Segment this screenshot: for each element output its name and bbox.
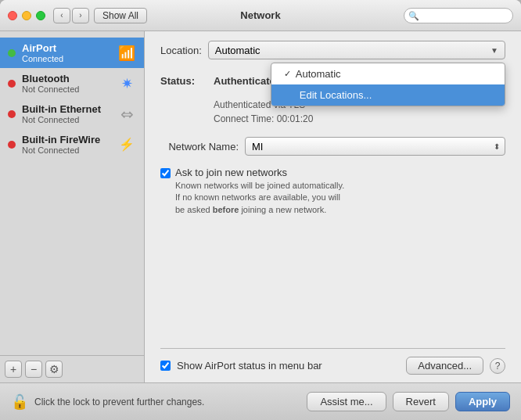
network-select-arrows-icon: ⬍	[494, 142, 500, 151]
bottom-bar: 🔓 Click the lock to prevent further chan…	[0, 382, 521, 420]
lock-icon: 🔓	[11, 393, 28, 411]
status-dot-bluetooth	[8, 80, 16, 88]
search-icon: 🔍	[408, 10, 419, 20]
status-dot-airport	[8, 49, 16, 57]
search-wrapper: 🔍	[404, 8, 513, 23]
dropdown-item-edit-locations[interactable]: Edit Locations...	[271, 84, 505, 106]
help-button[interactable]: ?	[490, 358, 505, 374]
assist-me-button[interactable]: Assist me...	[307, 392, 386, 411]
dropdown-item-automatic[interactable]: ✓ Automatic	[271, 63, 505, 84]
show-all-button[interactable]: Show All	[94, 8, 147, 23]
search-box: 🔍	[404, 8, 513, 23]
main-panel: Location: Automatic ▼ ✓ Automatic	[145, 31, 521, 382]
status-dot-firewire	[8, 141, 16, 149]
firewire-icon: ⚡	[117, 137, 136, 152]
sidebar-item-bluetooth-name: Bluetooth	[22, 73, 111, 84]
checkmark-icon: ✓	[284, 69, 291, 79]
location-dropdown-menu: ✓ Automatic Edit Locations...	[271, 63, 505, 106]
forward-button[interactable]: ›	[72, 8, 89, 23]
maximize-button[interactable]	[36, 11, 45, 20]
location-bar: Location: Automatic ▼ ✓ Automatic	[160, 41, 505, 59]
network-name-value: MI	[252, 141, 263, 153]
back-button[interactable]: ‹	[53, 8, 70, 23]
traffic-lights	[8, 11, 45, 20]
revert-button[interactable]: Revert	[393, 392, 449, 411]
sidebar-item-ethernet-name: Built-in Ethernet	[22, 103, 111, 115]
show-airport-checkbox[interactable]	[160, 361, 171, 371]
bluetooth-icon: ✷	[117, 75, 136, 92]
content-area: AirPort Connected 📶 Bluetooth Not Connec…	[0, 31, 521, 382]
sidebar-item-airport[interactable]: AirPort Connected 📶	[0, 38, 144, 68]
ask-join-checkbox-row: Ask to join new networks Known networks …	[160, 167, 505, 216]
sidebar-item-bluetooth[interactable]: Bluetooth Not Connected ✷	[0, 68, 144, 99]
location-selected: Automatic	[215, 45, 260, 56]
advanced-button[interactable]: Advanced...	[406, 357, 483, 375]
location-label: Location:	[160, 45, 202, 56]
network-action-button[interactable]: ⚙	[45, 361, 63, 378]
network-name-row: Network Name: MI ⬍	[160, 137, 505, 156]
auth-line2: Connect Time: 00:01:20	[214, 112, 505, 126]
sidebar-item-airport-status: Connected	[22, 54, 111, 63]
nav-buttons: ‹ ›	[53, 8, 89, 23]
sidebar-item-airport-name: AirPort	[22, 42, 111, 54]
status-dot-ethernet	[8, 110, 16, 118]
apply-button[interactable]: Apply	[455, 392, 510, 411]
sidebar-item-firewire-status: Not Connected	[22, 145, 111, 155]
show-airport-row: Show AirPort status in menu bar Advanced…	[160, 348, 505, 382]
ask-join-checkbox[interactable]	[160, 168, 171, 178]
location-dropdown-wrapper: Automatic ▼ ✓ Automatic Edit Locations..…	[208, 41, 505, 59]
network-window: ‹ › Show All Network 🔍 AirPort Connected…	[0, 0, 521, 420]
sidebar-item-ethernet[interactable]: Built-in Ethernet Not Connected ⇔	[0, 99, 144, 129]
network-name-select[interactable]: MI ⬍	[245, 137, 505, 156]
ethernet-icon: ⇔	[117, 105, 136, 124]
dropdown-item-automatic-label: Automatic	[296, 68, 341, 80]
network-name-select-wrapper: MI ⬍	[245, 137, 505, 156]
lock-text: Click the lock to prevent further change…	[34, 397, 300, 407]
dropdown-item-edit-locations-label: Edit Locations...	[300, 89, 372, 101]
close-button[interactable]	[8, 11, 17, 20]
add-network-button[interactable]: +	[5, 361, 22, 378]
network-name-label: Network Name:	[160, 141, 239, 153]
show-airport-label: Show AirPort status in menu bar	[177, 360, 400, 372]
ask-join-desc: Known networks will be joined automatica…	[175, 180, 344, 216]
ask-join-label: Ask to join new networks	[175, 167, 344, 178]
sidebar-item-bluetooth-status: Not Connected	[22, 84, 111, 94]
remove-network-button[interactable]: −	[25, 361, 42, 378]
minimize-button[interactable]	[22, 11, 31, 20]
sidebar-item-firewire-name: Built-in FireWire	[22, 134, 111, 145]
search-input[interactable]	[404, 8, 513, 23]
sidebar: AirPort Connected 📶 Bluetooth Not Connec…	[0, 31, 145, 382]
location-dropdown[interactable]: Automatic ▼	[208, 41, 505, 59]
dropdown-arrow-icon: ▼	[490, 46, 498, 55]
status-field-label: Status:	[160, 75, 207, 87]
sidebar-item-ethernet-status: Not Connected	[22, 115, 111, 124]
airport-icon: 📶	[117, 45, 136, 62]
sidebar-bottom-bar: + − ⚙	[0, 355, 144, 382]
sidebar-item-firewire[interactable]: Built-in FireWire Not Connected ⚡	[0, 129, 144, 160]
titlebar: ‹ › Show All Network 🔍	[0, 0, 521, 31]
window-title: Network	[240, 9, 280, 21]
